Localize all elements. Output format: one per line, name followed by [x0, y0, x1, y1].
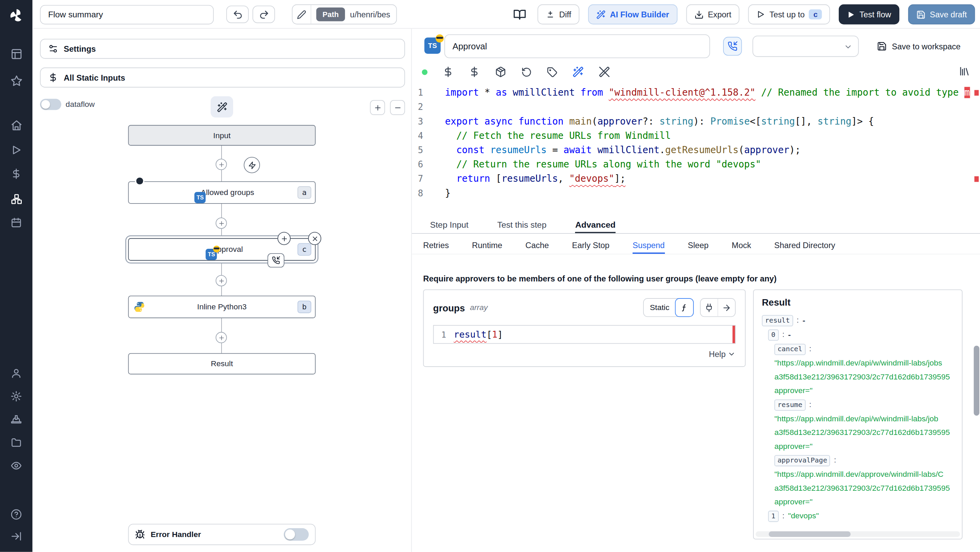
groups-expression-editor[interactable]: 1 result[1]: [433, 325, 736, 344]
sidebar-item-variables[interactable]: [8, 165, 25, 182]
flow-node-inline-python[interactable]: Inline Python3 b: [128, 296, 316, 318]
sidebar-item-favorites[interactable]: [8, 72, 25, 89]
edit-path-button[interactable]: [293, 5, 311, 24]
package-button[interactable]: [495, 66, 506, 78]
insert-step-button[interactable]: [216, 275, 227, 286]
error-handler-toggle[interactable]: [284, 528, 309, 541]
result-key-chip[interactable]: 0: [768, 329, 778, 340]
result-key-chip[interactable]: result: [762, 315, 793, 326]
vertical-scrollbar-thumb[interactable]: [974, 346, 980, 416]
flow-node-approval-selected[interactable]: TS Approval c: [128, 238, 316, 261]
insert-step-button[interactable]: [216, 218, 227, 229]
result-key-chip[interactable]: cancel: [775, 344, 805, 355]
tab-cache[interactable]: Cache: [525, 237, 549, 254]
arrow-right-button[interactable]: [718, 299, 735, 316]
test-up-to-button[interactable]: Test up toc: [748, 5, 830, 24]
save-draft-button[interactable]: Save draft: [908, 5, 975, 24]
tab-test-this-step[interactable]: Test this step: [497, 216, 546, 233]
code-editor[interactable]: 1import * as wmillClient from "windmill-…: [412, 82, 980, 215]
save-to-workspace-button[interactable]: Save to workspace: [872, 37, 966, 56]
zoom-out-button[interactable]: [390, 100, 405, 115]
tab-early-stop[interactable]: Early Stop: [572, 237, 609, 254]
editor-line[interactable]: 4 // Fetch the resume URLs from Windmill: [412, 129, 980, 143]
sidebar-item-home[interactable]: [8, 116, 25, 134]
flow-settings-button[interactable]: Settings: [40, 39, 405, 59]
zoom-in-button[interactable]: [370, 100, 385, 115]
insert-step-button[interactable]: [216, 159, 227, 170]
insert-step-button[interactable]: [216, 332, 227, 343]
error-handler-row[interactable]: Error Handler: [128, 524, 316, 545]
insert-variable-button[interactable]: [442, 66, 453, 78]
js-expression-button[interactable]: [675, 298, 694, 317]
flow-node-input[interactable]: Input: [128, 125, 316, 146]
sidebar-item-runs[interactable]: [8, 141, 25, 159]
library-button[interactable]: [959, 66, 970, 77]
sidebar-item-resources[interactable]: [8, 190, 25, 207]
sidebar-item-schedules[interactable]: [8, 214, 25, 231]
suspend-step-button[interactable]: [267, 253, 285, 267]
sidebar-item-workers[interactable]: [8, 411, 25, 428]
redo-button[interactable]: [253, 6, 275, 23]
error-marker: [974, 176, 978, 182]
editor-line[interactable]: 5 const resumeUrls = await wmillClient.g…: [412, 143, 980, 157]
editor-line[interactable]: 2: [412, 100, 980, 115]
result-key-chip[interactable]: 1: [768, 511, 778, 522]
dataflow-toggle[interactable]: [40, 99, 61, 110]
editor-line[interactable]: 6 // Return the resume URLs along with t…: [412, 157, 980, 172]
tag-button[interactable]: [547, 67, 557, 77]
plug-button[interactable]: [701, 299, 718, 316]
tab-shared-directory[interactable]: Shared Directory: [774, 237, 835, 254]
trigger-step-button[interactable]: [243, 157, 260, 173]
test-flow-button[interactable]: Test flow: [839, 5, 899, 24]
sidebar-expand[interactable]: [8, 528, 25, 545]
editor-line[interactable]: 1import * as wmillClient from "windmill-…: [412, 86, 980, 100]
tab-step-input[interactable]: Step Input: [430, 216, 469, 233]
sidebar-item-folders[interactable]: [8, 434, 25, 451]
ai-assistant-button[interactable]: [572, 66, 584, 78]
editor-line[interactable]: 8}: [412, 186, 980, 200]
flow-summary-input[interactable]: [40, 5, 214, 24]
flow-node-result[interactable]: Result: [128, 353, 316, 374]
colon: :: [797, 313, 799, 328]
result-key-chip[interactable]: approvalPage: [775, 455, 830, 466]
delete-step-button[interactable]: [308, 232, 321, 245]
sidebar-item-settings[interactable]: [8, 388, 25, 405]
help-link[interactable]: Help: [433, 350, 736, 359]
add-branch-button[interactable]: [278, 232, 291, 245]
ai-assistant-off-button[interactable]: [599, 66, 610, 78]
docs-button[interactable]: [511, 5, 528, 24]
windmill-logo[interactable]: [8, 7, 25, 24]
diff-button[interactable]: Diff: [537, 5, 579, 24]
insert-resource-button[interactable]: [469, 66, 480, 78]
tab-advanced[interactable]: Advanced: [575, 216, 616, 233]
static-toggle[interactable]: Static: [643, 298, 694, 317]
editor-line[interactable]: 3export async function main(approver?: s…: [412, 115, 980, 129]
flow-node-allowed-groups[interactable]: TS Allowed groups a: [128, 181, 316, 204]
editor-line[interactable]: 7 return [resumeUrls, "devops"];: [412, 172, 980, 186]
undo-button[interactable]: [226, 6, 249, 23]
reset-button[interactable]: [521, 67, 532, 77]
tab-mock[interactable]: Mock: [732, 237, 751, 254]
path-control[interactable]: Path u/henri/bes: [292, 5, 397, 24]
approval-phone-button[interactable]: [723, 37, 742, 56]
graph-ai-button[interactable]: [211, 96, 233, 118]
sidebar-item-audit-logs[interactable]: [8, 457, 25, 474]
result-key-chip[interactable]: resume: [775, 399, 805, 410]
hardhat-icon: [11, 414, 22, 425]
horizontal-scrollbar[interactable]: [756, 531, 960, 537]
step-header-select[interactable]: [752, 36, 859, 57]
tab-runtime[interactable]: Runtime: [472, 237, 502, 254]
tab-retries[interactable]: Retries: [423, 237, 449, 254]
export-button[interactable]: Export: [686, 5, 740, 24]
collapse-toggle[interactable]: -: [803, 313, 805, 328]
tab-sleep[interactable]: Sleep: [688, 237, 708, 254]
ai-flow-builder-button[interactable]: AI Flow Builder: [588, 5, 677, 24]
scrollbar-thumb[interactable]: [769, 531, 851, 537]
collapse-toggle[interactable]: -: [788, 328, 791, 342]
sidebar-item-account[interactable]: [8, 364, 25, 382]
step-name-input[interactable]: [444, 34, 710, 58]
all-static-inputs-button[interactable]: All Static Inputs: [40, 67, 405, 87]
tab-suspend[interactable]: Suspend: [633, 237, 665, 254]
sidebar-item-apps[interactable]: [8, 45, 25, 62]
sidebar-item-help[interactable]: [8, 506, 25, 523]
